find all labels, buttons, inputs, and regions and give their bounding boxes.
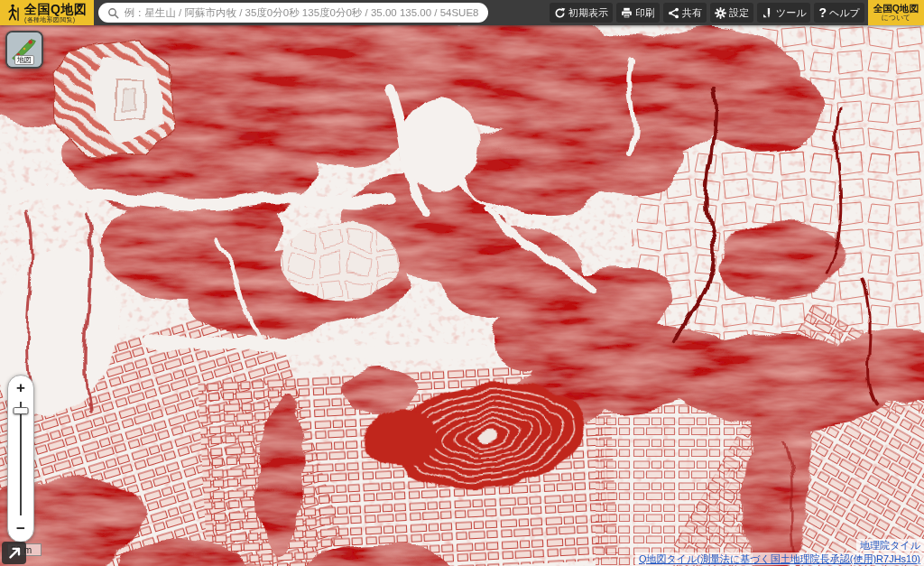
hiker-icon	[5, 3, 21, 23]
about-label-line1: 全国Q地図	[873, 3, 919, 14]
tools-icon	[762, 7, 773, 19]
zoom-slider[interactable]	[8, 399, 33, 518]
basemap-switcher-label: 地図	[14, 55, 34, 65]
header-actions: 初期表示 印刷 共有	[550, 0, 924, 25]
zoom-slider-track	[20, 402, 22, 515]
zoom-in-button[interactable]: +	[8, 377, 33, 399]
tools-label: ツール	[776, 6, 807, 20]
attribution-gsi-link[interactable]: 地理院タイル	[856, 539, 924, 552]
help-button[interactable]: ? ヘルプ	[814, 3, 864, 23]
top-bar: 全国Q地図 (各種地形図閲覧) 初期表示 印刷	[0, 0, 924, 25]
search-box	[98, 3, 488, 23]
quarry-terraces	[54, 41, 175, 156]
relief-map-canvas[interactable]	[0, 25, 924, 566]
tools-button[interactable]: ツール	[757, 3, 811, 23]
expand-arrow-icon	[5, 543, 24, 561]
attribution: 地理院タイル Q地図タイル(測量法に基づく国土地理院長承認(使用)R7JHs10…	[635, 538, 924, 565]
app-subtitle: (各種地形図閲覧)	[24, 16, 87, 23]
print-label: 印刷	[635, 6, 655, 20]
attribution-qmap-link[interactable]: Q地図タイル(測量法に基づく国土地理院長承認(使用)R7JHs10)	[635, 552, 924, 565]
initial-view-label: 初期表示	[568, 6, 608, 20]
map-viewport[interactable]: 地図 + − 50 m 地理院タイル Q地図タイル(測量法に基づく国土地理院長承…	[0, 25, 924, 566]
expand-button[interactable]	[2, 542, 26, 564]
settings-button[interactable]: 設定	[710, 3, 753, 23]
zoom-control: + −	[7, 375, 34, 543]
gear-icon	[715, 7, 726, 19]
zoom-slider-handle[interactable]	[14, 407, 29, 414]
help-label: ヘルプ	[829, 6, 860, 20]
app-title: 全国Q地図	[24, 3, 87, 15]
share-label: 共有	[682, 6, 702, 20]
refresh-icon	[554, 7, 566, 19]
zoom-out-button[interactable]: −	[8, 518, 33, 540]
initial-view-button[interactable]: 初期表示	[550, 3, 613, 23]
basemap-switcher-button[interactable]: 地図	[5, 31, 43, 69]
search-icon	[107, 7, 119, 19]
search-input[interactable]	[124, 7, 479, 18]
share-button[interactable]: 共有	[663, 3, 707, 23]
settings-label: 設定	[729, 6, 749, 20]
app-logo[interactable]: 全国Q地図 (各種地形図閲覧)	[0, 0, 94, 25]
printer-icon	[621, 7, 633, 19]
share-icon	[668, 7, 679, 19]
print-button[interactable]: 印刷	[616, 3, 660, 23]
help-icon: ?	[818, 6, 827, 19]
about-label-line2: について	[882, 14, 911, 22]
about-button[interactable]: 全国Q地図 について	[868, 0, 924, 25]
